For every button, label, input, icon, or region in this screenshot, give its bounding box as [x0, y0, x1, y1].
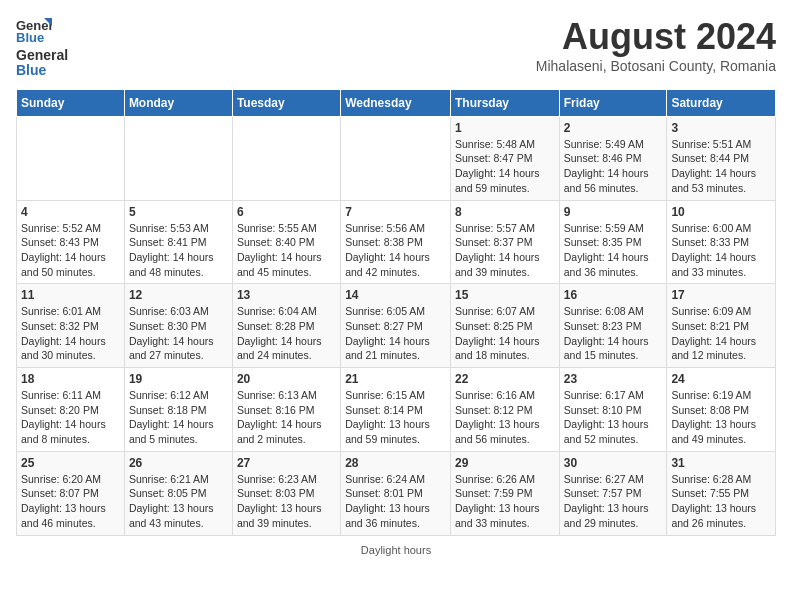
- logo-blue: Blue: [16, 63, 68, 78]
- calendar-cell: [232, 116, 340, 200]
- day-number: 6: [237, 205, 336, 219]
- logo: General Blue General Blue: [16, 16, 68, 79]
- calendar-cell: 20Sunrise: 6:13 AM Sunset: 8:16 PM Dayli…: [232, 368, 340, 452]
- day-info: Sunrise: 5:55 AM Sunset: 8:40 PM Dayligh…: [237, 221, 336, 280]
- header-monday: Monday: [124, 89, 232, 116]
- day-number: 30: [564, 456, 663, 470]
- calendar-cell: 14Sunrise: 6:05 AM Sunset: 8:27 PM Dayli…: [341, 284, 451, 368]
- calendar-cell: 17Sunrise: 6:09 AM Sunset: 8:21 PM Dayli…: [667, 284, 776, 368]
- week-row-2: 4Sunrise: 5:52 AM Sunset: 8:43 PM Daylig…: [17, 200, 776, 284]
- day-info: Sunrise: 6:03 AM Sunset: 8:30 PM Dayligh…: [129, 304, 228, 363]
- day-number: 15: [455, 288, 555, 302]
- header-tuesday: Tuesday: [232, 89, 340, 116]
- day-info: Sunrise: 6:00 AM Sunset: 8:33 PM Dayligh…: [671, 221, 771, 280]
- calendar-cell: 24Sunrise: 6:19 AM Sunset: 8:08 PM Dayli…: [667, 368, 776, 452]
- calendar-cell: 2Sunrise: 5:49 AM Sunset: 8:46 PM Daylig…: [559, 116, 667, 200]
- calendar-cell: 21Sunrise: 6:15 AM Sunset: 8:14 PM Dayli…: [341, 368, 451, 452]
- day-info: Sunrise: 6:27 AM Sunset: 7:57 PM Dayligh…: [564, 472, 663, 531]
- day-number: 4: [21, 205, 120, 219]
- day-number: 18: [21, 372, 120, 386]
- calendar-cell: 11Sunrise: 6:01 AM Sunset: 8:32 PM Dayli…: [17, 284, 125, 368]
- day-number: 14: [345, 288, 446, 302]
- day-number: 9: [564, 205, 663, 219]
- day-info: Sunrise: 5:48 AM Sunset: 8:47 PM Dayligh…: [455, 137, 555, 196]
- header-friday: Friday: [559, 89, 667, 116]
- title-area: August 2024 Mihalaseni, Botosani County,…: [536, 16, 776, 74]
- calendar-cell: 10Sunrise: 6:00 AM Sunset: 8:33 PM Dayli…: [667, 200, 776, 284]
- calendar-cell: 27Sunrise: 6:23 AM Sunset: 8:03 PM Dayli…: [232, 451, 340, 535]
- calendar-cell: 25Sunrise: 6:20 AM Sunset: 8:07 PM Dayli…: [17, 451, 125, 535]
- day-info: Sunrise: 5:52 AM Sunset: 8:43 PM Dayligh…: [21, 221, 120, 280]
- calendar-cell: 1Sunrise: 5:48 AM Sunset: 8:47 PM Daylig…: [450, 116, 559, 200]
- calendar-cell: 28Sunrise: 6:24 AM Sunset: 8:01 PM Dayli…: [341, 451, 451, 535]
- header-wednesday: Wednesday: [341, 89, 451, 116]
- day-info: Sunrise: 5:51 AM Sunset: 8:44 PM Dayligh…: [671, 137, 771, 196]
- calendar-cell: 3Sunrise: 5:51 AM Sunset: 8:44 PM Daylig…: [667, 116, 776, 200]
- header-saturday: Saturday: [667, 89, 776, 116]
- day-number: 20: [237, 372, 336, 386]
- day-info: Sunrise: 6:04 AM Sunset: 8:28 PM Dayligh…: [237, 304, 336, 363]
- day-number: 27: [237, 456, 336, 470]
- day-info: Sunrise: 6:21 AM Sunset: 8:05 PM Dayligh…: [129, 472, 228, 531]
- day-info: Sunrise: 6:15 AM Sunset: 8:14 PM Dayligh…: [345, 388, 446, 447]
- day-number: 1: [455, 121, 555, 135]
- day-number: 31: [671, 456, 771, 470]
- day-number: 13: [237, 288, 336, 302]
- header: General Blue General Blue August 2024 Mi…: [16, 16, 776, 79]
- week-row-5: 25Sunrise: 6:20 AM Sunset: 8:07 PM Dayli…: [17, 451, 776, 535]
- day-info: Sunrise: 6:24 AM Sunset: 8:01 PM Dayligh…: [345, 472, 446, 531]
- day-number: 2: [564, 121, 663, 135]
- day-info: Sunrise: 6:12 AM Sunset: 8:18 PM Dayligh…: [129, 388, 228, 447]
- calendar-cell: 26Sunrise: 6:21 AM Sunset: 8:05 PM Dayli…: [124, 451, 232, 535]
- day-number: 21: [345, 372, 446, 386]
- day-number: 25: [21, 456, 120, 470]
- day-number: 16: [564, 288, 663, 302]
- day-number: 23: [564, 372, 663, 386]
- header-thursday: Thursday: [450, 89, 559, 116]
- svg-text:Blue: Blue: [16, 30, 44, 44]
- day-number: 11: [21, 288, 120, 302]
- day-info: Sunrise: 6:13 AM Sunset: 8:16 PM Dayligh…: [237, 388, 336, 447]
- day-info: Sunrise: 5:59 AM Sunset: 8:35 PM Dayligh…: [564, 221, 663, 280]
- calendar-subtitle: Mihalaseni, Botosani County, Romania: [536, 58, 776, 74]
- day-info: Sunrise: 6:19 AM Sunset: 8:08 PM Dayligh…: [671, 388, 771, 447]
- calendar-cell: 4Sunrise: 5:52 AM Sunset: 8:43 PM Daylig…: [17, 200, 125, 284]
- day-number: 22: [455, 372, 555, 386]
- calendar-cell: 23Sunrise: 6:17 AM Sunset: 8:10 PM Dayli…: [559, 368, 667, 452]
- day-info: Sunrise: 6:09 AM Sunset: 8:21 PM Dayligh…: [671, 304, 771, 363]
- day-number: 10: [671, 205, 771, 219]
- day-info: Sunrise: 6:17 AM Sunset: 8:10 PM Dayligh…: [564, 388, 663, 447]
- calendar-cell: 18Sunrise: 6:11 AM Sunset: 8:20 PM Dayli…: [17, 368, 125, 452]
- week-row-4: 18Sunrise: 6:11 AM Sunset: 8:20 PM Dayli…: [17, 368, 776, 452]
- day-info: Sunrise: 6:11 AM Sunset: 8:20 PM Dayligh…: [21, 388, 120, 447]
- day-number: 29: [455, 456, 555, 470]
- calendar-header-row: SundayMondayTuesdayWednesdayThursdayFrid…: [17, 89, 776, 116]
- day-info: Sunrise: 6:23 AM Sunset: 8:03 PM Dayligh…: [237, 472, 336, 531]
- calendar-cell: [17, 116, 125, 200]
- calendar-cell: 19Sunrise: 6:12 AM Sunset: 8:18 PM Dayli…: [124, 368, 232, 452]
- calendar-cell: 30Sunrise: 6:27 AM Sunset: 7:57 PM Dayli…: [559, 451, 667, 535]
- week-row-3: 11Sunrise: 6:01 AM Sunset: 8:32 PM Dayli…: [17, 284, 776, 368]
- day-info: Sunrise: 6:28 AM Sunset: 7:55 PM Dayligh…: [671, 472, 771, 531]
- day-number: 26: [129, 456, 228, 470]
- calendar-cell: 29Sunrise: 6:26 AM Sunset: 7:59 PM Dayli…: [450, 451, 559, 535]
- day-info: Sunrise: 6:26 AM Sunset: 7:59 PM Dayligh…: [455, 472, 555, 531]
- day-number: 12: [129, 288, 228, 302]
- calendar-cell: 6Sunrise: 5:55 AM Sunset: 8:40 PM Daylig…: [232, 200, 340, 284]
- day-info: Sunrise: 5:49 AM Sunset: 8:46 PM Dayligh…: [564, 137, 663, 196]
- header-sunday: Sunday: [17, 89, 125, 116]
- calendar-cell: 9Sunrise: 5:59 AM Sunset: 8:35 PM Daylig…: [559, 200, 667, 284]
- calendar-cell: 31Sunrise: 6:28 AM Sunset: 7:55 PM Dayli…: [667, 451, 776, 535]
- calendar-cell: 13Sunrise: 6:04 AM Sunset: 8:28 PM Dayli…: [232, 284, 340, 368]
- day-info: Sunrise: 6:16 AM Sunset: 8:12 PM Dayligh…: [455, 388, 555, 447]
- calendar-cell: 22Sunrise: 6:16 AM Sunset: 8:12 PM Dayli…: [450, 368, 559, 452]
- calendar-title: August 2024: [536, 16, 776, 58]
- day-number: 28: [345, 456, 446, 470]
- calendar-cell: 15Sunrise: 6:07 AM Sunset: 8:25 PM Dayli…: [450, 284, 559, 368]
- day-number: 19: [129, 372, 228, 386]
- calendar-cell: [124, 116, 232, 200]
- day-number: 3: [671, 121, 771, 135]
- day-info: Sunrise: 6:08 AM Sunset: 8:23 PM Dayligh…: [564, 304, 663, 363]
- day-info: Sunrise: 6:20 AM Sunset: 8:07 PM Dayligh…: [21, 472, 120, 531]
- week-row-1: 1Sunrise: 5:48 AM Sunset: 8:47 PM Daylig…: [17, 116, 776, 200]
